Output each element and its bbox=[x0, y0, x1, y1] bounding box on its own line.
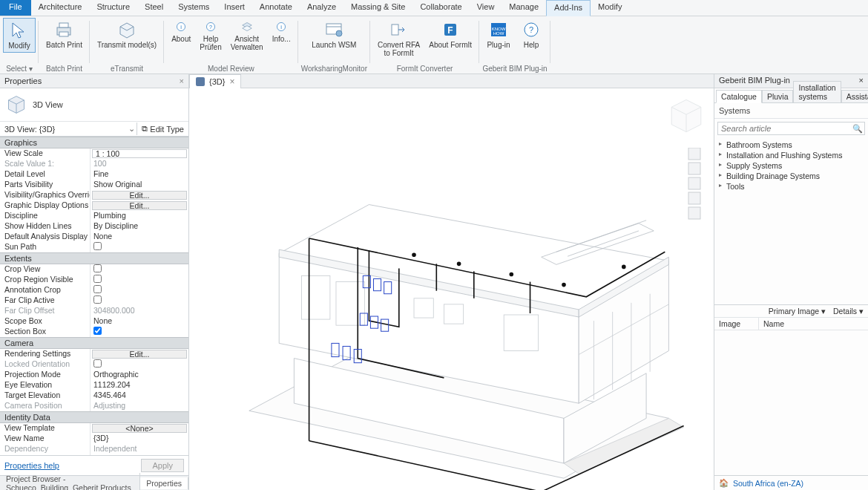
ribbon-tab-manage[interactable]: Manage bbox=[502, 0, 546, 16]
viewcube[interactable] bbox=[666, 96, 706, 136]
prop-checkbox[interactable] bbox=[93, 285, 102, 293]
properties-help-link[interactable]: Properties help bbox=[4, 461, 59, 470]
prop-category[interactable]: Identity Data bbox=[0, 411, 188, 423]
prop-value[interactable]: {3D} bbox=[91, 434, 188, 444]
ribbon-btn-about[interactable]: iAbout bbox=[167, 18, 195, 45]
col-name[interactable]: Name bbox=[759, 318, 789, 330]
prop-value[interactable]: Edit... bbox=[92, 191, 187, 200]
prop-value[interactable]: 1 : 100 bbox=[92, 149, 187, 158]
plugin-tab-catalogue[interactable]: Catalogue bbox=[716, 90, 762, 103]
prop-value[interactable] bbox=[91, 264, 188, 275]
ribbon-tab-insert[interactable]: Insert bbox=[217, 0, 252, 16]
edit-type-button[interactable]: ⧉ Edit Type bbox=[137, 122, 188, 135]
prop-value[interactable]: <None> bbox=[92, 424, 187, 433]
ribbon-btn-info-[interactable]: iInfo... bbox=[268, 18, 295, 45]
svg-text:i: i bbox=[280, 24, 282, 30]
prop-value[interactable]: 4345.464 bbox=[91, 391, 188, 401]
details-dropdown[interactable]: Details ▾ bbox=[833, 307, 864, 316]
ribbon-tab-collaborate[interactable]: Collaborate bbox=[412, 0, 469, 16]
search-icon[interactable]: 🔍 bbox=[851, 124, 864, 134]
prop-checkbox[interactable] bbox=[93, 264, 102, 272]
ribbon-tab-steel[interactable]: Steel bbox=[137, 0, 171, 16]
plugin-tab-strip: CataloguePluviaInstallation systemsAssis… bbox=[714, 88, 868, 103]
catalogue-node[interactable]: Installation and Flushing Systems bbox=[717, 150, 865, 160]
close-icon[interactable]: × bbox=[859, 76, 864, 86]
palette-tab[interactable]: Properties bbox=[140, 477, 188, 489]
prop-value[interactable]: 304800.000 bbox=[91, 306, 188, 316]
ribbon-btn-convert-rfa-to-formit[interactable]: Convert RFAto FormIt bbox=[373, 18, 424, 59]
prop-key: Detail Level bbox=[0, 169, 91, 180]
prop-value[interactable] bbox=[91, 295, 188, 306]
prop-value[interactable] bbox=[91, 327, 188, 337]
primary-image-dropdown[interactable]: Primary Image ▾ bbox=[769, 307, 826, 316]
plugin-tab-pluvia[interactable]: Pluvia bbox=[762, 90, 794, 103]
col-image[interactable]: Image bbox=[714, 318, 759, 330]
prop-value[interactable]: Adjusting bbox=[91, 401, 188, 411]
ribbon-btn-ansicht[interactable]: AnsichtVerwalten bbox=[226, 18, 268, 53]
prop-value[interactable]: Orthographic bbox=[91, 370, 188, 380]
prop-value[interactable]: Plumbing bbox=[91, 211, 188, 221]
close-icon[interactable]: × bbox=[229, 76, 234, 87]
prop-category[interactable]: Camera bbox=[0, 337, 188, 349]
ribbon-tab-annotate[interactable]: Annotate bbox=[252, 0, 300, 16]
plugin-tab-assistants[interactable]: Assistants bbox=[841, 90, 868, 103]
prop-value[interactable]: Independent bbox=[91, 444, 188, 454]
ribbon-tab-systems[interactable]: Systems bbox=[171, 0, 217, 16]
palette-tab[interactable]: Project Browser - Schueco_Building_Geber… bbox=[0, 473, 140, 491]
ribbon-tab-structure[interactable]: Structure bbox=[89, 0, 137, 16]
prop-value[interactable] bbox=[91, 275, 188, 285]
prop-key: Far Clip Active bbox=[0, 295, 91, 306]
prop-category[interactable]: Graphics bbox=[0, 137, 188, 148]
plugin-search[interactable]: 🔍 bbox=[717, 122, 865, 135]
prop-value[interactable]: Fine bbox=[91, 169, 188, 180]
properties-type-header[interactable]: 3D View bbox=[0, 88, 188, 122]
navigation-bar[interactable] bbox=[687, 148, 702, 244]
plugin-search-input[interactable] bbox=[718, 124, 851, 133]
ribbon-btn-transmit-model-s-[interactable]: Transmit model(s) bbox=[93, 18, 161, 51]
prop-value[interactable]: Edit... bbox=[92, 350, 187, 359]
ribbon-tab-add-ins[interactable]: Add-Ins bbox=[546, 0, 591, 16]
ribbon-tab-analyze[interactable]: Analyze bbox=[300, 0, 343, 16]
prop-checkbox[interactable] bbox=[93, 295, 102, 304]
prop-value[interactable]: Show Original bbox=[91, 180, 188, 190]
properties-instance-selector[interactable]: 3D View: {3D} ⌄ ⧉ Edit Type bbox=[0, 122, 188, 137]
ribbon-btn-batch-print[interactable]: Batch Print bbox=[42, 18, 87, 51]
prop-value[interactable]: Edit... bbox=[92, 201, 187, 210]
prop-checkbox[interactable] bbox=[93, 359, 102, 368]
ribbon-btn-plug-in[interactable]: KNOWHOWPlug-in bbox=[482, 18, 515, 51]
ribbon-btn-modify[interactable]: Modify bbox=[3, 18, 36, 53]
prop-value[interactable] bbox=[91, 285, 188, 295]
prop-checkbox[interactable] bbox=[93, 242, 102, 250]
ribbon-tab-architecture[interactable]: Architecture bbox=[31, 0, 90, 16]
catalogue-node[interactable]: Supply Systems bbox=[717, 160, 865, 171]
prop-value[interactable]: 11129.204 bbox=[91, 380, 188, 391]
plugin-locale-bar[interactable]: 🏠 South Africa (en-ZA) bbox=[714, 475, 868, 490]
ribbon-btn-launch-wsm[interactable]: Launch WSM bbox=[307, 18, 361, 51]
catalogue-node[interactable]: Tools bbox=[717, 181, 865, 192]
prop-value[interactable] bbox=[91, 359, 188, 370]
ribbon-tab-file[interactable]: File bbox=[0, 0, 31, 16]
prop-value[interactable]: None bbox=[91, 316, 188, 327]
prop-value[interactable]: By Discipline bbox=[91, 221, 188, 232]
model-canvas[interactable] bbox=[189, 88, 714, 490]
ribbon-btn-help[interactable]: ?HelpPrüfen bbox=[195, 18, 226, 53]
chevron-down-icon[interactable]: ⌄ bbox=[126, 124, 137, 134]
close-icon[interactable]: × bbox=[180, 76, 184, 85]
plugin-tab-installation-systems[interactable]: Installation systems bbox=[793, 81, 841, 103]
ribbon-tab-massing-site[interactable]: Massing & Site bbox=[343, 0, 412, 16]
prop-value[interactable]: None bbox=[91, 232, 188, 242]
prop-checkbox[interactable] bbox=[93, 275, 102, 283]
ribbon-btn-about-formit[interactable]: FAbout FormIt bbox=[424, 18, 476, 51]
view-tab-3d[interactable]: {3D} × bbox=[189, 74, 241, 89]
ribbon-tab-modify[interactable]: Modify bbox=[591, 0, 629, 16]
prop-category[interactable]: Extents bbox=[0, 252, 188, 264]
apply-button[interactable]: Apply bbox=[141, 459, 184, 472]
ribbon-btn-help[interactable]: ?Help bbox=[515, 18, 548, 51]
catalogue-node[interactable]: Building Drainage Systems bbox=[717, 171, 865, 181]
prop-value[interactable] bbox=[91, 242, 188, 252]
prop-key: Target Elevation bbox=[0, 391, 91, 401]
prop-checkbox[interactable] bbox=[93, 327, 102, 335]
prop-value[interactable]: 100 bbox=[91, 159, 188, 169]
catalogue-node[interactable]: Bathroom Systems bbox=[717, 140, 865, 150]
ribbon-tab-view[interactable]: View bbox=[470, 0, 502, 16]
